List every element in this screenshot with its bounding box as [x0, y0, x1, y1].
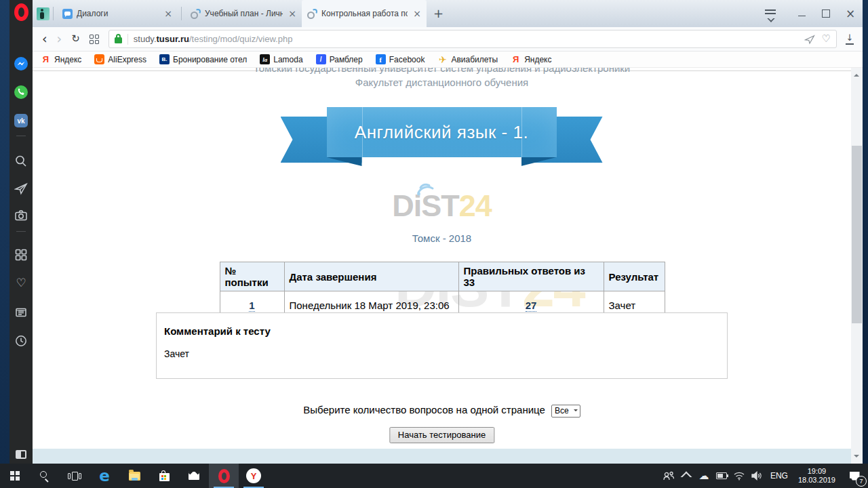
secure-lock-icon[interactable]	[115, 37, 122, 43]
facebook-icon: f	[376, 54, 386, 64]
history-clock-icon[interactable]	[9, 334, 33, 348]
booking-icon: B.	[159, 54, 170, 64]
onedrive-cloud-icon[interactable]: ☁	[695, 464, 713, 488]
attempt-link[interactable]: 1	[249, 300, 254, 312]
airplane-icon: ✈	[437, 54, 448, 64]
tab-study-plan[interactable]: Учебный план - Личный ×	[185, 0, 302, 27]
scrollbar-thumb[interactable]	[852, 146, 862, 323]
scroll-down-icon[interactable]	[854, 455, 859, 460]
comment-title: Комментарий к тесту	[164, 325, 271, 337]
tab-bar: Диалоги × Учебный план - Личный × Контро…	[33, 0, 863, 27]
close-tab-icon[interactable]: ×	[412, 9, 422, 18]
bookmarks-bar: Я Яндекс AliExpress B. Бронирование отел…	[33, 52, 863, 68]
search-sidebar-icon[interactable]	[9, 155, 33, 168]
bookmark-avia[interactable]: ✈ Авиабилеты	[437, 54, 498, 64]
desktop-background: vk ♡	[0, 0, 868, 488]
yandex-browser-icon: Y	[246, 468, 261, 483]
whatsapp-icon[interactable]	[9, 85, 33, 100]
questions-per-page-select[interactable]: Все	[551, 405, 580, 418]
show-hidden-icons-chevron[interactable]	[677, 464, 695, 488]
volume-icon[interactable]	[748, 464, 766, 488]
dist24-logo: DiST24	[33, 190, 851, 222]
reload-icon[interactable]: ↻	[71, 33, 80, 45]
correct-answers-link[interactable]: 27	[526, 300, 537, 312]
faculty-title: Факультет дистанционного обучения	[33, 77, 851, 89]
opera-taskbar-button[interactable]	[209, 464, 239, 488]
sidebar-divider	[16, 136, 26, 136]
wifi-icon[interactable]	[730, 464, 748, 488]
tab-separator	[53, 7, 54, 20]
window-controls: ×	[764, 0, 863, 27]
snapshot-camera-icon[interactable]	[9, 209, 33, 222]
tab-quiz-active[interactable]: Контрольная работа по д ×	[302, 0, 427, 27]
questions-per-page-row: Выберите количество вопросов на одной ст…	[33, 404, 851, 418]
messenger-icon[interactable]	[9, 56, 33, 71]
aliexpress-icon	[94, 54, 104, 64]
language-indicator[interactable]: ENG	[766, 471, 793, 481]
tab-dialogs[interactable]: Диалоги ×	[57, 0, 178, 27]
yandex-browser-button[interactable]: Y	[239, 464, 269, 488]
downloads-icon[interactable]: ↓	[845, 34, 854, 45]
bookmark-facebook[interactable]: f Facebook	[376, 54, 425, 64]
bookmark-booking[interactable]: B. Бронирование отел	[159, 54, 247, 64]
opera-menu-logo-icon[interactable]	[14, 3, 28, 21]
page-scrollbar[interactable]	[851, 68, 863, 464]
yandex-icon: Я	[41, 54, 51, 64]
tab-menu-icon[interactable]	[764, 9, 777, 18]
lamoda-icon: la	[260, 54, 270, 64]
col-finished: Дата завершения	[284, 262, 458, 291]
edge-button[interactable]: e	[90, 464, 119, 488]
taskbar-search-button[interactable]	[30, 464, 60, 488]
bookmarks-heart-icon[interactable]: ♡	[9, 277, 33, 289]
bookmark-lamoda[interactable]: la Lamoda	[260, 54, 302, 64]
start-test-button[interactable]: Начать тестирование	[389, 427, 494, 443]
bookmark-yandex[interactable]: Я Яндекс	[41, 54, 81, 64]
bookmark-rambler[interactable]: / Рамблер	[316, 54, 363, 64]
pinned-tab[interactable]	[37, 7, 50, 20]
col-attempt: № попытки	[220, 262, 284, 291]
notification-badge: 7	[856, 476, 867, 487]
col-result: Результат	[604, 262, 665, 291]
close-window-button[interactable]: ×	[838, 0, 863, 27]
my-flow-icon[interactable]	[9, 182, 33, 195]
bookmark-aliexpress[interactable]: AliExpress	[94, 54, 146, 64]
clock[interactable]: 19:09 18.03.2019	[793, 467, 841, 485]
battery-icon[interactable]	[713, 464, 730, 488]
city-year-label: Томск - 2018	[33, 232, 851, 244]
people-icon[interactable]	[660, 464, 677, 488]
forward-icon[interactable]: ›	[57, 33, 62, 45]
opera-icon	[218, 469, 230, 483]
bookmark-yandex-2[interactable]: Я Яндекс	[511, 54, 551, 64]
start-button[interactable]	[0, 464, 30, 488]
system-tray: ☁ ENG 19:09 18.03.2019 7	[660, 464, 868, 488]
bookmark-heart-icon[interactable]: ♡	[822, 34, 831, 44]
mail-envelope-icon	[189, 472, 199, 480]
questions-per-page-label: Выберите количество вопросов на одной ст…	[303, 404, 545, 415]
close-tab-icon[interactable]: ×	[163, 9, 174, 18]
maximize-button[interactable]	[814, 0, 838, 27]
mail-button[interactable]	[179, 464, 209, 488]
url-text: study.tusur.ru/testing/mod/quiz/view.php	[134, 34, 293, 44]
minimize-button[interactable]	[789, 0, 814, 27]
store-bag-icon	[159, 473, 170, 481]
vk-icon[interactable]: vk	[9, 113, 33, 128]
file-explorer-button[interactable]	[119, 464, 149, 488]
attempts-table: № попытки Дата завершения Правильных отв…	[220, 262, 665, 320]
speed-dial-grid-icon[interactable]	[90, 35, 99, 44]
new-tab-button[interactable]: +	[433, 7, 443, 20]
speed-dial-icon[interactable]	[9, 248, 33, 262]
close-tab-icon[interactable]: ×	[287, 9, 298, 18]
personal-news-icon[interactable]	[9, 306, 33, 319]
course-banner-ribbon: Английский язык - 1.	[281, 105, 603, 167]
send-to-flow-icon[interactable]	[804, 34, 815, 45]
sidebar-toggle-icon[interactable]	[9, 450, 33, 459]
back-icon[interactable]: ‹	[42, 33, 47, 45]
task-view-button[interactable]	[60, 464, 90, 488]
scroll-up-icon[interactable]	[854, 71, 859, 77]
store-button[interactable]	[149, 464, 179, 488]
action-center-button[interactable]: 7	[841, 464, 868, 488]
rambler-icon: /	[316, 54, 326, 64]
tab-label: Диалоги	[77, 9, 159, 18]
url-input[interactable]: study.tusur.ru/testing/mod/quiz/view.php…	[108, 30, 837, 48]
svg-text:vk: vk	[17, 117, 25, 125]
